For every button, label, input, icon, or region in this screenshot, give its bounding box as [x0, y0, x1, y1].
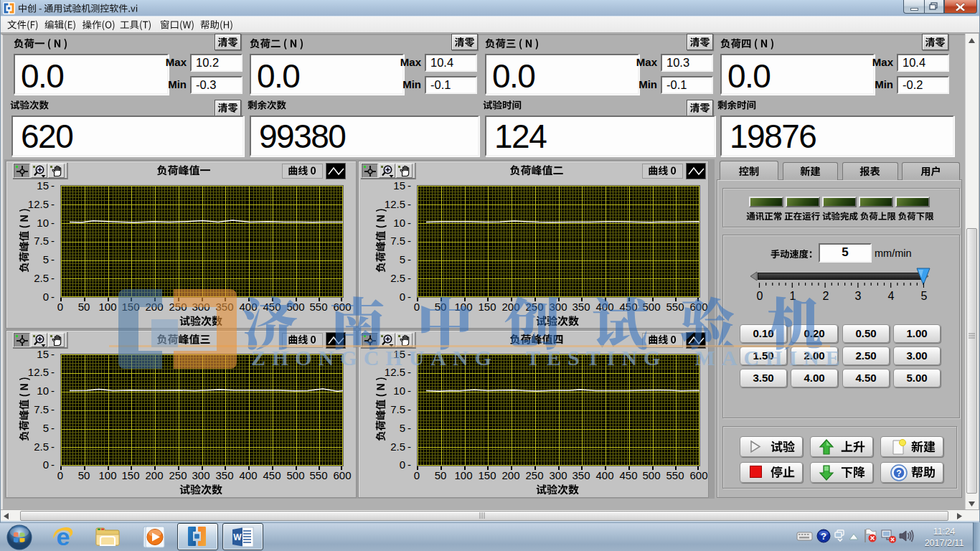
- svg-text:?: ?: [821, 531, 826, 542]
- svg-text:W: W: [233, 532, 242, 542]
- svg-text:?: ?: [896, 468, 901, 479]
